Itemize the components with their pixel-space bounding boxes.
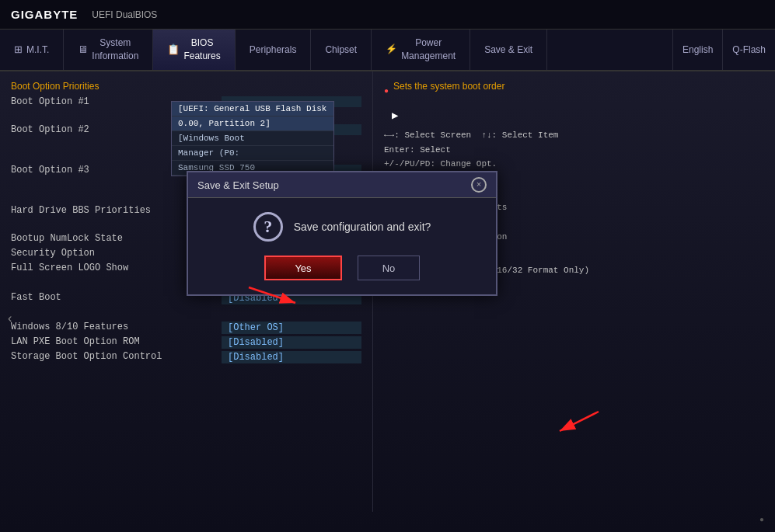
dialog-overlay: Save & Exit Setup × ? Save configuration… bbox=[0, 0, 775, 532]
dialog-yes-button[interactable]: Yes bbox=[264, 256, 342, 280]
dialog-close-button[interactable]: × bbox=[471, 177, 487, 193]
question-mark-icon: ? bbox=[253, 212, 283, 242]
dialog-buttons: Yes No bbox=[264, 256, 420, 280]
dialog-question-row: ? Save configuration and exit? bbox=[253, 212, 431, 242]
bios-screen: GIGABYTE UEFI DualBIOS ⊞ M.I.T. 🖥 System… bbox=[0, 0, 775, 532]
dialog-question-text: Save configuration and exit? bbox=[294, 221, 431, 233]
dialog-title-bar: Save & Exit Setup × bbox=[188, 172, 496, 198]
save-exit-dialog: Save & Exit Setup × ? Save configuration… bbox=[187, 171, 497, 296]
dialog-no-button[interactable]: No bbox=[358, 256, 420, 280]
dialog-title-text: Save & Exit Setup bbox=[197, 179, 279, 191]
dialog-body: ? Save configuration and exit? Yes No bbox=[188, 198, 496, 294]
